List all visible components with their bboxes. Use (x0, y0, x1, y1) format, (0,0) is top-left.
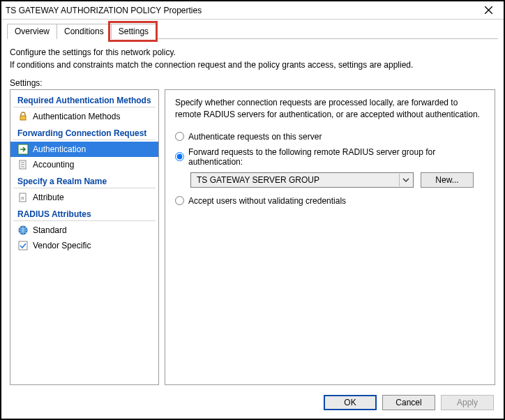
radio-label: Accept users without validating credenti… (188, 196, 346, 206)
combo-value: TS GATEWAY SERVER GROUP (197, 175, 319, 185)
group-realm: Specify a Realm Name (13, 174, 156, 188)
description-line-2: If conditions and constraints match the … (10, 60, 495, 70)
tab-strip: Overview Conditions Settings (1, 20, 504, 39)
tree-item-standard[interactable]: Standard (10, 223, 158, 238)
button-label: OK (344, 398, 356, 407)
svg-rect-11 (19, 241, 27, 250)
tree-item-label: Attribute (33, 193, 64, 202)
tree-item-accounting[interactable]: Accounting (10, 157, 158, 172)
settings-tree[interactable]: Required Authentication Methods Authenti… (10, 89, 159, 385)
close-icon (485, 6, 492, 14)
attribute-icon: a (17, 192, 29, 203)
pane-description: Specify whether connection requests are … (175, 97, 485, 121)
svg-text:a: a (21, 195, 24, 201)
tree-item-vendor-specific[interactable]: Vendor Specific (10, 238, 158, 253)
group-required-auth: Required Authentication Methods (13, 93, 156, 107)
group-radius-attrs: RADIUS Attributes (13, 207, 156, 221)
radio-label: Authenticate requests on this server (188, 132, 322, 142)
radio-accept-without-validation[interactable]: Accept users without validating credenti… (175, 196, 485, 206)
arrow-right-icon (17, 144, 29, 155)
radio-authenticate-local-input[interactable] (175, 132, 184, 141)
titlebar: TS GATEWAY AUTHORIZATION POLICY Properti… (1, 1, 504, 20)
properties-dialog: TS GATEWAY AUTHORIZATION POLICY Properti… (0, 0, 505, 420)
forward-config-row: TS GATEWAY SERVER GROUP New... (190, 172, 485, 188)
tree-item-label: Vendor Specific (33, 241, 91, 250)
tree-item-label: Authentication Methods (33, 112, 120, 121)
lock-icon (17, 111, 29, 122)
tree-item-attribute[interactable]: a Attribute (10, 190, 158, 205)
tree-item-auth-methods[interactable]: Authentication Methods (10, 109, 158, 124)
tree-item-authentication[interactable]: Authentication (10, 142, 158, 157)
globe-icon (17, 225, 29, 236)
document-icon (17, 159, 29, 170)
group-forwarding: Forwarding Connection Request (13, 126, 156, 140)
radio-accept-input[interactable] (175, 196, 184, 205)
tree-item-label: Accounting (33, 160, 74, 170)
tree-item-label: Authentication (33, 144, 86, 154)
tab-content: Configure the settings for this network … (1, 39, 504, 388)
description-line-1: Configure the settings for this network … (10, 47, 495, 57)
radio-authenticate-local[interactable]: Authenticate requests on this server (175, 132, 485, 142)
window-title: TS GATEWAY AUTHORIZATION POLICY Properti… (6, 6, 202, 15)
settings-label: Settings: (10, 78, 495, 88)
apply-button: Apply (441, 395, 494, 410)
split-pane: Required Authentication Methods Authenti… (10, 89, 495, 385)
chevron-down-icon (399, 174, 412, 186)
cancel-button[interactable]: Cancel (382, 395, 435, 410)
button-label: Cancel (395, 398, 421, 407)
dialog-footer: OK Cancel Apply (1, 388, 504, 419)
tab-overview[interactable]: Overview (7, 24, 57, 39)
svg-rect-2 (20, 116, 26, 120)
check-doc-icon (17, 240, 29, 251)
server-group-combo[interactable]: TS GATEWAY SERVER GROUP (190, 172, 414, 188)
radio-forward-remote-input[interactable] (175, 152, 184, 161)
settings-detail-pane: Specify whether connection requests are … (165, 89, 495, 385)
button-label: Apply (457, 398, 478, 407)
tree-item-label: Standard (33, 225, 67, 235)
tab-conditions[interactable]: Conditions (56, 24, 112, 39)
ok-button[interactable]: OK (324, 395, 377, 410)
radio-forward-remote[interactable]: Forward requests to the following remote… (175, 147, 485, 167)
close-button[interactable] (474, 3, 502, 18)
button-label: New... (435, 175, 458, 185)
tab-settings[interactable]: Settings (111, 24, 156, 39)
new-button[interactable]: New... (421, 172, 474, 188)
radio-label: Forward requests to the following remote… (188, 147, 485, 167)
